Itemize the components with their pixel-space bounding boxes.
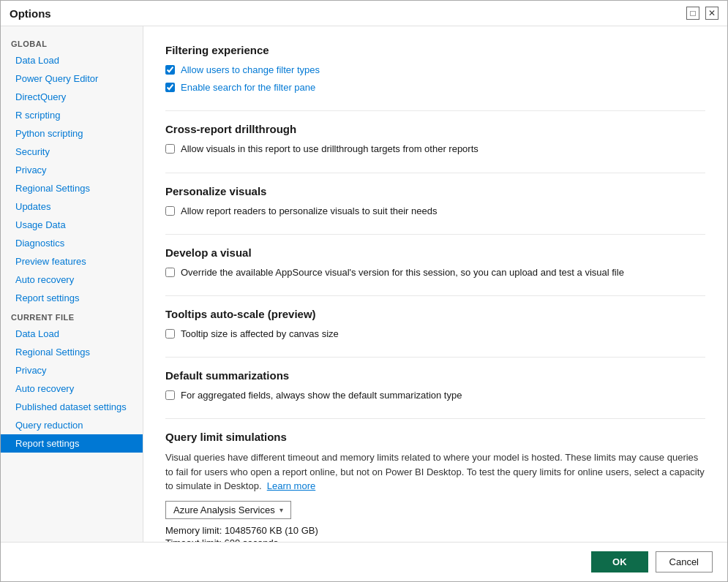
checkbox-filter-types[interactable] xyxy=(165,65,175,75)
query-limit-info: Visual queries have different timeout an… xyxy=(165,450,705,494)
footer: OK Cancel xyxy=(1,542,727,581)
checkbox-row-summarizations: For aggregated fields, always show the d… xyxy=(165,389,705,402)
title-bar: Options □ ✕ xyxy=(1,1,727,26)
sidebar-item-python-scripting[interactable]: Python scripting xyxy=(1,124,143,143)
sidebar-item-privacy-global[interactable]: Privacy xyxy=(1,161,143,179)
filtering-section: Filtering experience Allow users to chan… xyxy=(165,44,705,94)
sidebar-item-report-settings-current[interactable]: Report settings xyxy=(1,434,143,453)
sidebar-item-preview-features[interactable]: Preview features xyxy=(1,252,143,271)
checkbox-row-filter-types: Allow users to change filter types xyxy=(165,64,705,77)
main-panel: Filtering experience Allow users to chan… xyxy=(143,26,727,542)
sidebar-item-usage-data[interactable]: Usage Data xyxy=(1,216,143,234)
close-button[interactable]: ✕ xyxy=(705,7,718,20)
personalize-section: Personalize visuals Allow report readers… xyxy=(165,185,705,218)
sidebar-item-auto-recovery-global[interactable]: Auto recovery xyxy=(1,271,143,289)
checkbox-row-tooltips: Tooltip size is affected by canvas size xyxy=(165,328,705,341)
sidebar-item-privacy-current[interactable]: Privacy xyxy=(1,361,143,379)
tooltips-section: Tooltips auto-scale (preview) Tooltip si… xyxy=(165,308,705,341)
checkbox-develop-label: Override the available AppSource visual'… xyxy=(181,266,624,279)
options-window: Options □ ✕ GLOBAL Data Load Power Query… xyxy=(0,0,728,582)
sidebar-item-diagnostics[interactable]: Diagnostics xyxy=(1,234,143,252)
sidebar-item-auto-recovery-current[interactable]: Auto recovery xyxy=(1,379,143,398)
summarizations-section: Default summarizations For aggregated fi… xyxy=(165,369,705,402)
sidebar-item-data-load-global[interactable]: Data Load xyxy=(1,51,143,69)
develop-visual-section: Develop a visual Override the available … xyxy=(165,246,705,279)
global-section-label: GLOBAL xyxy=(1,34,143,51)
window-controls: □ ✕ xyxy=(686,7,718,20)
summarizations-title: Default summarizations xyxy=(165,369,705,382)
checkbox-summarizations[interactable] xyxy=(165,390,175,400)
cross-report-section: Cross-report drillthrough Allow visuals … xyxy=(165,123,705,156)
window-title: Options xyxy=(10,7,51,20)
sidebar-item-security[interactable]: Security xyxy=(1,143,143,161)
sidebar-item-published-dataset-settings[interactable]: Published dataset settings xyxy=(1,398,143,416)
content-area: GLOBAL Data Load Power Query Editor Dire… xyxy=(1,26,727,542)
dropdown-value: Azure Analysis Services xyxy=(173,504,275,515)
sidebar-item-report-settings-global[interactable]: Report settings xyxy=(1,289,143,307)
checkbox-filter-search[interactable] xyxy=(165,83,175,92)
checkbox-tooltips[interactable] xyxy=(165,329,175,339)
checkbox-tooltips-label: Tooltip size is affected by canvas size xyxy=(181,328,339,341)
checkbox-row-develop: Override the available AppSource visual'… xyxy=(165,266,705,279)
memory-limit: Memory limit: 10485760 KB (10 GB) xyxy=(165,525,705,536)
checkbox-row-drillthrough: Allow visuals in this report to use dril… xyxy=(165,143,705,156)
sidebar-item-regional-settings-global[interactable]: Regional Settings xyxy=(1,179,143,197)
checkbox-drillthrough[interactable] xyxy=(165,144,175,154)
sidebar-item-r-scripting[interactable]: R scripting xyxy=(1,106,143,124)
capacity-dropdown[interactable]: Azure Analysis Services ▾ xyxy=(165,501,291,519)
minimize-button[interactable]: □ xyxy=(686,7,699,20)
query-limit-title: Query limit simulations xyxy=(165,431,705,443)
ok-button[interactable]: OK xyxy=(591,551,648,572)
checkbox-filter-search-label: Enable search for the filter pane xyxy=(181,81,315,94)
main-scroll-area: Filtering experience Allow users to chan… xyxy=(143,26,727,542)
personalize-title: Personalize visuals xyxy=(165,185,705,197)
sidebar: GLOBAL Data Load Power Query Editor Dire… xyxy=(1,26,143,542)
checkbox-personalize-label: Allow report readers to personalize visu… xyxy=(181,205,437,218)
sidebar-item-regional-settings-current[interactable]: Regional Settings xyxy=(1,343,143,361)
checkbox-row-filter-search: Enable search for the filter pane xyxy=(165,81,705,94)
dropdown-arrow-icon: ▾ xyxy=(279,506,283,514)
checkbox-drillthrough-label: Allow visuals in this report to use dril… xyxy=(181,143,479,156)
checkbox-summarizations-label: For aggregated fields, always show the d… xyxy=(181,389,462,402)
checkbox-develop[interactable] xyxy=(165,268,175,277)
sidebar-item-directquery[interactable]: DirectQuery xyxy=(1,88,143,106)
sidebar-item-power-query-editor[interactable]: Power Query Editor xyxy=(1,69,143,88)
sidebar-item-query-reduction[interactable]: Query reduction xyxy=(1,416,143,434)
cancel-button[interactable]: Cancel xyxy=(656,551,713,572)
checkbox-personalize[interactable] xyxy=(165,206,175,216)
query-limit-section: Query limit simulations Visual queries h… xyxy=(165,431,705,542)
sidebar-item-updates[interactable]: Updates xyxy=(1,197,143,216)
current-file-section-label: CURRENT FILE xyxy=(1,307,143,325)
checkbox-filter-types-label: Allow users to change filter types xyxy=(181,64,320,77)
learn-more-link[interactable]: Learn more xyxy=(267,480,315,491)
filtering-title: Filtering experience xyxy=(165,44,705,56)
checkbox-row-personalize: Allow report readers to personalize visu… xyxy=(165,205,705,218)
develop-visual-title: Develop a visual xyxy=(165,246,705,259)
cross-report-title: Cross-report drillthrough xyxy=(165,123,705,135)
sidebar-item-data-load-current[interactable]: Data Load xyxy=(1,325,143,343)
tooltips-title: Tooltips auto-scale (preview) xyxy=(165,308,705,320)
